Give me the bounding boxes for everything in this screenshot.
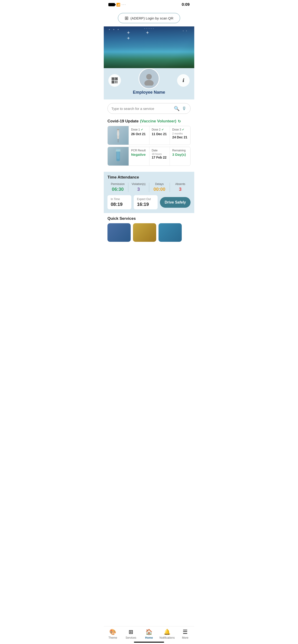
wifi-icon: 📶 [116,3,120,6]
info-icon: 𝒊 [183,78,184,84]
pcr-image [108,147,129,166]
absents-stat: Absents 3 [170,182,191,192]
svg-rect-9 [117,82,117,83]
pcr-remaining-value: 3 Day(s) [172,152,188,156]
dose2-date: 11 Dec 21 [152,132,168,136]
pcr-result-label: PCR Result [131,149,147,152]
pcr-date-label: Date [152,149,168,152]
qr-login-button[interactable]: ⊞ (ADERP) Login by scan QR [118,13,180,23]
svg-rect-6 [115,81,116,82]
dose-grid: Dose 1 ✔ 26 Oct 21 Dose 2 ✔ 11 Dec 21 Do… [129,126,190,145]
in-time-label: In Time [111,198,128,201]
pcr-card: PCR Result Negative Date 18 hours 17 Feb… [107,147,191,166]
expect-out-box: Expect Out 16:19 [134,195,158,209]
status-bar: 📶 ··· 0:09 [104,0,194,8]
violations-label: Violation(s) [128,182,149,186]
in-time-value: 08:19 [111,202,128,207]
permission-label: Permission [107,182,128,186]
search-bar: 🔍 🎙 [107,103,191,114]
pcr-date-value: 17 Feb 22 [152,156,168,159]
permission-value: 06:30 [107,186,128,192]
info-button[interactable]: 𝒊 [177,74,190,87]
dose3-date: 24 Dec 21 [172,136,188,139]
pcr-grid: PCR Result Negative Date 18 hours 17 Feb… [129,147,190,166]
pcr-date-cell: Date 18 hours 17 Feb 22 [149,147,170,166]
delays-label: Delays [149,182,170,186]
svg-point-10 [146,74,152,80]
svg-rect-3 [116,78,117,80]
delays-value: 00:00 [149,186,170,192]
covid-section-title: Covid-19 Update (Vaccine Volunteer) ↻ [107,119,191,124]
dose1-cell: Dose 1 ✔ 26 Oct 21 [129,126,149,145]
qr-profile-button[interactable] [108,74,121,87]
search-section: 🔍 🎙 [104,100,194,116]
pcr-result-value: Negative [131,152,147,156]
svg-rect-1 [112,78,114,80]
pcr-remaining-label: Remaining [172,149,188,152]
quick-card-1[interactable] [107,223,131,242]
absents-label: Absents [170,182,191,186]
avatar-icon [142,72,156,86]
svg-rect-19 [116,150,120,152]
violations-stat: Violation(s) 3 [128,182,149,192]
dose1-label: Dose 1 [131,128,140,131]
qr-icon: ⊞ [125,15,129,21]
expect-out-label: Expect Out [137,198,154,201]
svg-point-11 [144,80,154,86]
svg-point-20 [116,159,120,161]
quick-card-3[interactable] [159,223,182,242]
svg-rect-5 [112,81,114,83]
dose3-label: Dose 3 [172,128,181,131]
dose3-check: ✔ [182,128,184,131]
covid-section: Covid-19 Update (Vaccine Volunteer) ↻ Do… [104,116,194,170]
status-left: 📶 ··· [108,2,126,7]
attendance-title: Time Attendance [107,175,191,180]
permission-stat: Permission 06:30 [107,182,128,192]
dose-card: Dose 1 ✔ 26 Oct 21 Dose 2 ✔ 11 Dec 21 Do… [107,126,191,145]
dose3-sub: 2 months [172,132,188,135]
profile-overlay: 𝒊 [104,68,194,87]
pcr-test-icon [111,148,125,164]
dose3-cell: Dose 3 ✔ 2 months 24 Dec 21 [170,126,190,145]
microphone-icon[interactable]: 🎙 [182,106,187,111]
quick-card-2[interactable] [133,223,156,242]
battery-icon [108,3,115,6]
attendance-bottom: In Time 08:19 Expect Out 16:19 Drive Saf… [107,195,191,209]
attendance-section: Time Attendance Permission 06:30 Violati… [104,172,194,213]
profile-section: 𝒊 Employee Name [104,68,194,100]
qr-code-icon [111,77,118,84]
status-dots: ··· [122,2,126,7]
dose1-check: ✔ [141,128,143,131]
covid-title-text: Covid-19 Update [107,119,139,124]
pcr-remaining-cell: Remaining 3 Day(s) [170,147,190,166]
in-time-box: In Time 08:19 [107,195,131,209]
qr-login-label: (ADERP) Login by scan QR [130,16,173,20]
dose2-label: Dose 2 [152,128,161,131]
status-time: 0:09 [182,2,190,7]
absents-value: 3 [170,186,191,192]
drive-safely-button[interactable]: Drive Safely [160,197,191,208]
quick-services-section: Quick Services [104,213,194,245]
attendance-stats: Permission 06:30 Violation(s) 3 Delays 0… [107,182,191,192]
search-icon[interactable]: 🔍 [174,106,180,111]
dose1-date: 26 Oct 21 [131,132,147,136]
expect-out-value: 16:19 [137,202,154,207]
pcr-result-cell: PCR Result Negative [129,147,149,166]
svg-rect-14 [117,129,119,130]
avatar [139,68,159,89]
svg-rect-21 [116,149,120,150]
dose2-check: ✔ [162,128,164,131]
svg-point-16 [117,132,120,136]
refresh-icon[interactable]: ↻ [178,119,181,124]
vaccine-label: (Vaccine Volunteer) [140,119,176,124]
svg-rect-8 [115,82,116,83]
quick-services-title: Quick Services [107,216,191,221]
syringe-icon [111,127,125,144]
dose2-cell: Dose 2 ✔ 11 Dec 21 [149,126,170,145]
search-input[interactable] [111,107,171,110]
violations-value: 3 [128,186,149,192]
delays-stat: Delays 00:00 [149,182,170,192]
svg-rect-7 [117,81,117,82]
pcr-date-hours: 18 hours [152,152,168,155]
vaccine-image [108,126,129,145]
